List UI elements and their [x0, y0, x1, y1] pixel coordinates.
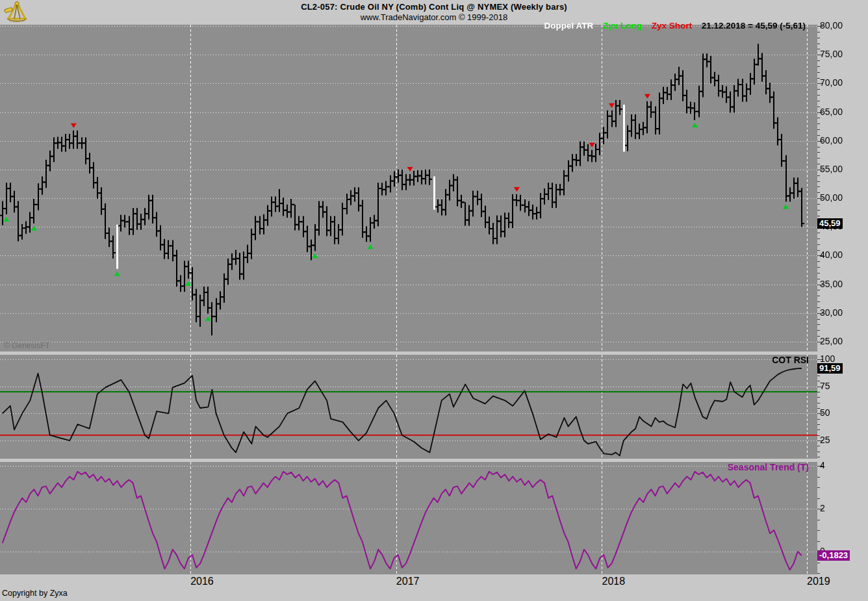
seasonal-axis-label: 2: [820, 503, 867, 513]
rsi-axis-label: 25: [820, 435, 867, 445]
x-axis-year-label: 2016: [179, 576, 225, 587]
x-axis-year-label: 2017: [385, 576, 431, 587]
rsi-axis-label: 75: [820, 381, 867, 391]
cot-rsi-value-tag: 91,59: [817, 363, 843, 374]
x-axis-year-label: 2018: [591, 576, 636, 587]
price-axis-label: 70,00: [820, 77, 867, 88]
price-axis-label: 75,00: [820, 49, 867, 59]
legend-date-value: 21.12.2018 = 45,59 (-5,61): [702, 21, 806, 31]
price-axis-label: 30,00: [820, 307, 867, 318]
rsi-axis-label: 100: [820, 353, 867, 364]
study-legend: Doppel ATR Zyx Long Zyx Short 21.12.2018…: [544, 21, 806, 32]
price-axis-label: 25,00: [820, 336, 867, 346]
last-price-tag: 45,59: [817, 218, 843, 229]
price-axis-label: 80,00: [820, 20, 867, 31]
seasonal-value-tag: -0,1823: [817, 550, 850, 561]
genesis-sextant-logo-icon: [2, 1, 32, 24]
price-axis-label: 65,00: [820, 107, 867, 117]
legend-item-zyx-long[interactable]: Zyx Long: [603, 21, 642, 31]
seasonal-trend-panel-label: Seasonal Trend (T): [728, 462, 809, 472]
price-axis-label: 40,00: [820, 249, 867, 260]
x-axis-year-label: 2019: [796, 576, 841, 587]
rsi-axis-label: 50: [820, 407, 867, 418]
legend-item-zyx-short[interactable]: Zyx Short: [652, 21, 692, 31]
copyright-text: Copyright by Zyxa: [2, 589, 68, 598]
price-axis-label: 55,00: [820, 164, 867, 174]
price-chart-canvas[interactable]: [0, 25, 868, 352]
genesis-watermark: © GenesisFT: [4, 341, 50, 350]
cot-rsi-chart-canvas[interactable]: [0, 355, 868, 459]
price-axis-label: 50,00: [820, 192, 867, 203]
price-axis-label: 60,00: [820, 135, 867, 146]
seasonal-trend-chart-canvas[interactable]: [0, 462, 868, 574]
legend-item-doppel-atr[interactable]: Doppel ATR: [544, 21, 593, 31]
trade-navigator-window: CL2-057: Crude Oil NY (Comb) Cont Liq @ …: [0, 0, 868, 601]
cot-rsi-panel-label: COT RSI: [772, 355, 809, 365]
seasonal-axis-label: 4: [820, 460, 867, 470]
price-axis-label: 35,00: [820, 279, 867, 289]
symbol-title: CL2-057: Crude Oil NY (Comb) Cont Liq @ …: [0, 0, 868, 12]
